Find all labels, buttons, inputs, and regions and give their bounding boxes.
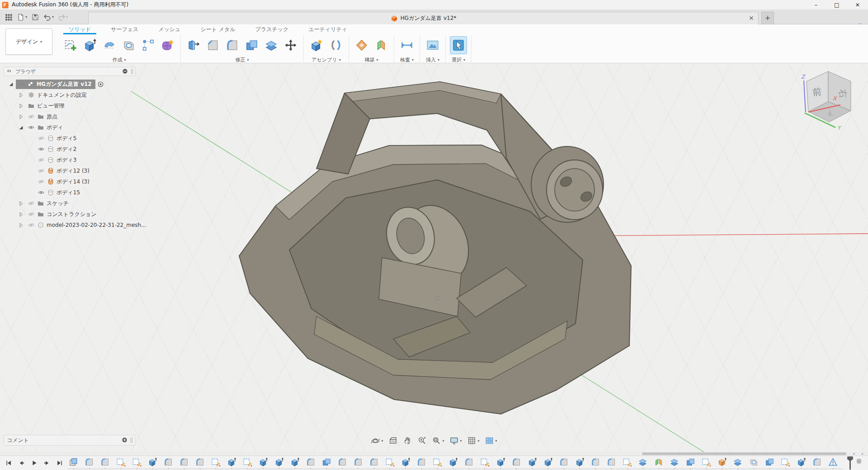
file-menu-button[interactable]: ▾ (15, 11, 28, 23)
viewports-button[interactable]: ▾ (484, 435, 499, 446)
browser-row[interactable]: ボディ15 (4, 187, 136, 198)
create-sketch-button[interactable] (62, 36, 79, 54)
timeline-feature-fillet[interactable] (368, 457, 379, 467)
timeline-feature-plane[interactable] (68, 457, 79, 467)
visibility-eye-icon[interactable] (38, 189, 45, 196)
timeline-feature-sketch[interactable] (432, 457, 443, 467)
timeline-feature-fillet[interactable] (558, 457, 569, 467)
grid-settings-button[interactable]: ▾ (466, 435, 481, 446)
visibility-eye-off-icon[interactable] (38, 167, 45, 174)
construction-plane-button[interactable] (353, 36, 370, 54)
expander-collapsed-icon[interactable] (18, 212, 24, 217)
offset-face-button[interactable] (263, 36, 280, 54)
scrollbar-thumb[interactable] (642, 452, 846, 455)
ribbon-group-label[interactable]: 構築▾ (364, 56, 378, 63)
timeline-feature-extrude[interactable] (258, 457, 269, 467)
timeline-feature-sketch[interactable] (131, 457, 142, 467)
pan-button[interactable] (401, 435, 413, 446)
timeline-feature-combine[interactable] (764, 457, 775, 467)
expander-collapsed-icon[interactable] (18, 114, 24, 120)
ribbon-group-label[interactable]: 修正▾ (235, 56, 249, 63)
orbit-button[interactable]: ▾ (369, 435, 384, 446)
joint-button[interactable] (327, 36, 344, 54)
pattern-button[interactable] (140, 36, 157, 54)
browser-row[interactable]: ボディ (4, 122, 136, 133)
undo-button[interactable]: ▾ (42, 11, 55, 23)
expander-collapsed-icon[interactable] (18, 201, 24, 207)
activate-component-radio[interactable] (97, 81, 104, 88)
step-forward-button[interactable] (42, 458, 52, 468)
timeline-feature-fillet[interactable] (811, 457, 822, 467)
timeline-feature-fillet[interactable] (353, 457, 363, 467)
timeline-feature-fillet[interactable] (179, 457, 189, 467)
ribbon-group-label[interactable]: 選択▾ (452, 56, 465, 63)
combine-button[interactable] (243, 36, 260, 54)
measure-button[interactable] (398, 36, 415, 54)
maximize-button[interactable]: □ (826, 0, 847, 10)
scroll-left-arrow-icon[interactable]: ◂ (849, 452, 858, 456)
timeline-feature-sketch[interactable] (622, 457, 632, 467)
timeline-feature-fillet[interactable] (305, 457, 316, 467)
minimize-button[interactable]: – (806, 0, 826, 10)
browser-row[interactable]: スケッチ (4, 198, 136, 209)
timeline-feature-sketch[interactable] (242, 457, 253, 467)
play-button[interactable] (29, 458, 39, 468)
panel-grip-handle[interactable] (131, 69, 133, 74)
close-button[interactable]: ✕ (847, 0, 868, 10)
timeline-feature-shell[interactable] (637, 457, 648, 467)
display-settings-button[interactable]: ▾ (448, 435, 463, 446)
ribbon-tab-4[interactable]: シート メタル (190, 24, 245, 34)
timeline-scrollbar[interactable]: ◂ ▸ (0, 452, 868, 456)
visibility-eye-off-icon[interactable] (28, 211, 35, 218)
visibility-eye-off-icon[interactable] (38, 178, 45, 185)
browser-row[interactable]: ボディ5 (4, 133, 136, 144)
revolve-button[interactable] (101, 36, 118, 54)
timeline-feature-extrude[interactable] (400, 457, 411, 467)
browser-header[interactable]: ブラウザ (4, 67, 136, 76)
browser-row[interactable]: ボディ14 (3) (4, 176, 136, 187)
workspace-selector[interactable]: デザイン ▾ (5, 28, 52, 55)
visibility-eye-off-icon[interactable] (38, 135, 45, 142)
minus-circle-icon[interactable] (122, 68, 128, 75)
visibility-eye-off-icon[interactable] (28, 200, 35, 207)
timeline-feature-move-body[interactable] (717, 457, 727, 467)
move-button[interactable] (282, 36, 299, 54)
timeline-feature-fillet[interactable] (84, 457, 94, 467)
extrude-button[interactable] (81, 36, 99, 54)
timeline-feature-extrude[interactable] (226, 457, 237, 467)
timeline-feature-fillet[interactable] (463, 457, 474, 467)
skip-start-button[interactable] (4, 458, 14, 468)
zoom-button[interactable] (416, 435, 428, 446)
browser-row[interactable]: ドキュメントの設定 (4, 89, 136, 100)
timeline-feature-fillet[interactable] (99, 457, 110, 467)
timeline-playhead[interactable] (847, 456, 853, 470)
look-at-button[interactable] (387, 435, 399, 446)
timeline-feature-fillet[interactable] (194, 457, 205, 467)
timeline-feature-fillet[interactable] (511, 457, 522, 467)
fit-button[interactable]: ▾ (430, 435, 445, 446)
browser-row[interactable]: ボディ2 (4, 144, 136, 155)
timeline-feature-extrude[interactable] (796, 457, 807, 467)
timeline-settings-gear-icon[interactable] (855, 457, 863, 465)
comment-bar[interactable]: コメント (4, 435, 136, 446)
browser-row[interactable]: model-2023-02-20-22-31-22_mesh... (4, 220, 136, 230)
step-back-button[interactable] (16, 458, 26, 468)
timeline-feature-extrude[interactable] (527, 457, 538, 467)
expander-collapsed-icon[interactable] (18, 103, 24, 109)
timeline-feature-extrude[interactable] (274, 457, 284, 467)
ribbon-tab-5[interactable]: プラスチック (245, 24, 299, 34)
save-button[interactable] (29, 11, 41, 23)
ribbon-tab-1[interactable]: ソリッド (59, 24, 101, 34)
timeline-feature-sketch[interactable] (384, 457, 395, 467)
expander-collapsed-icon[interactable] (18, 222, 24, 228)
browser-row[interactable]: HGガンダム足首 v12 (4, 79, 136, 89)
ribbon-tab-3[interactable]: メッシュ (148, 24, 190, 34)
create-form-button[interactable] (159, 36, 176, 54)
plus-circle-icon[interactable] (122, 437, 128, 443)
browser-row[interactable]: コンストラクション (4, 209, 136, 220)
timeline-feature-extrude[interactable] (542, 457, 553, 467)
timeline-feature-extrude[interactable] (147, 457, 158, 467)
skip-end-button[interactable] (54, 458, 64, 468)
timeline-feature-fillet[interactable] (606, 457, 617, 467)
timeline-feature-sketch[interactable] (701, 457, 712, 467)
